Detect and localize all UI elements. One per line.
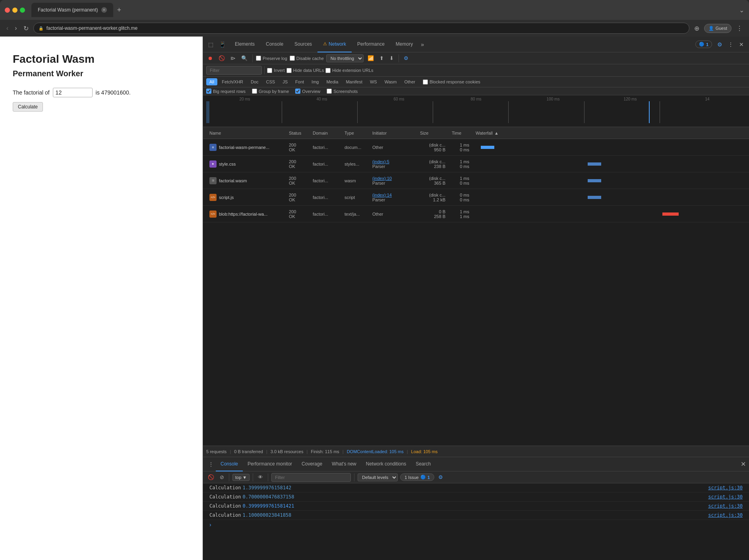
hide-ext-urls-checkbox[interactable] [325,68,331,73]
th-size[interactable]: Size [417,131,449,135]
filter-media[interactable]: Media [323,78,341,85]
throttle-select[interactable]: No throttling [326,54,364,62]
clear-btn[interactable]: 🚫 [217,54,226,62]
tab-performance[interactable]: Performance [352,37,390,52]
initiator-link-3[interactable]: (index):10 [372,176,392,181]
th-type[interactable]: Type [341,131,369,135]
th-domain[interactable]: Domain [310,131,341,135]
maximize-btn[interactable] [20,8,25,13]
export-btn[interactable]: ⬇ [388,54,395,62]
overview-label[interactable]: Overview [295,89,320,94]
console-tab-search[interactable]: Search [411,457,435,471]
filter-btn[interactable]: ⧐ [229,54,237,62]
devtools-close-btn[interactable]: ✕ [737,40,746,49]
device-toolbar-btn[interactable]: 📱 [217,40,228,49]
group-by-frame-checkbox[interactable] [252,89,257,94]
blocked-cookies-label[interactable]: Blocked response cookies [423,79,480,85]
forward-btn[interactable]: › [13,24,18,33]
tab-memory[interactable]: Memory [390,37,418,52]
th-status[interactable]: Status [286,131,310,135]
table-row[interactable]: ⊞ factorial.wasm 200OK factori... wasm (… [203,172,749,189]
filter-manifest[interactable]: Manifest [343,78,366,85]
search-btn[interactable]: 🔍 [240,54,249,62]
eye-btn[interactable]: 👁 [256,473,265,481]
window-expand-btn[interactable]: ⌄ [739,6,744,14]
network-conditions-btn[interactable]: 📶 [366,54,375,62]
menu-btn[interactable]: ⋮ [735,24,744,33]
disable-cache-checkbox[interactable] [290,56,295,61]
element-picker-btn[interactable]: ⬚ [206,40,215,49]
guest-btn[interactable]: 👤 Guest [704,24,732,33]
console-link-2[interactable]: script.js:30 [708,494,743,500]
preserve-log-checkbox[interactable] [256,56,261,61]
console-link-4[interactable]: script.js:30 [708,512,743,518]
reload-btn[interactable]: ↻ [22,24,30,33]
tab-elements[interactable]: Elements [229,37,260,52]
th-initiator[interactable]: Initiator [369,131,417,135]
console-tab-performance[interactable]: Performance monitor [243,457,297,471]
filter-fetchxhr[interactable]: Fetch/XHR [219,78,246,85]
issues-badge[interactable]: 🔵 1 [695,41,712,48]
network-settings-btn[interactable]: ⚙ [402,54,410,62]
th-name[interactable]: Name [206,131,286,135]
console-link-1[interactable]: script.js:30 [708,485,743,490]
filter-other[interactable]: Other [401,78,418,85]
console-tab-console[interactable]: Console [216,457,243,471]
hide-data-urls-checkbox[interactable] [286,68,292,73]
console-tab-network-conditions[interactable]: Network conditions [361,457,411,471]
big-rows-label[interactable]: Big request rows [206,89,246,94]
console-filter-input[interactable] [271,473,351,482]
filter-wasm[interactable]: Wasm [381,78,400,85]
initiator-link-4[interactable]: (index):14 [372,193,392,197]
factorial-input[interactable] [53,88,93,97]
levels-select[interactable]: Default levels [358,473,398,481]
hide-ext-urls-label[interactable]: Hide extension URLs [325,68,373,73]
overview-checkbox[interactable] [295,89,300,94]
filter-font[interactable]: Font [292,78,307,85]
invert-checkbox[interactable] [267,68,272,73]
devtools-settings-btn[interactable]: ⚙ [715,40,724,49]
console-clear-btn[interactable]: 🚫 [206,473,216,481]
calculate-btn[interactable]: Calculate [13,102,43,112]
console-prompt[interactable]: › [203,520,749,529]
console-tab-whatsnew[interactable]: What's new [327,457,361,471]
table-row[interactable]: ✦ style.css 200OK factori... styles... (… [203,156,749,172]
th-waterfall[interactable]: Waterfall ▲ [472,131,746,135]
back-btn[interactable]: ‹ [5,24,10,33]
issues-indicator[interactable]: 1 Issue 🔵 1 [400,473,434,481]
filter-css[interactable]: CSS [263,78,279,85]
table-row[interactable]: </> blob:https://factorial-wa... 200OK f… [203,206,749,222]
screenshots-label[interactable]: Screenshots [327,89,358,94]
import-btn[interactable]: ⬆ [378,54,385,62]
new-tab-btn[interactable]: + [115,5,124,15]
group-by-frame-label[interactable]: Group by frame [252,89,289,94]
console-tab-coverage[interactable]: Coverage [297,457,327,471]
initiator-link-2[interactable]: (index):5 [372,159,389,164]
filter-ws[interactable]: WS [367,78,380,85]
minimize-btn[interactable] [12,8,17,13]
context-selector[interactable]: top ▼ [232,474,250,481]
filter-doc[interactable]: Doc [248,78,262,85]
console-ban-btn[interactable]: ⊘ [218,473,226,481]
console-menu-btn[interactable]: ⋮ [206,460,216,469]
table-row[interactable]: </> script.js 200OK factori... script (i… [203,189,749,206]
address-bar[interactable]: 🔒 factorial-wasm-permanent-worker.glitch… [33,23,689,34]
close-btn[interactable] [5,8,10,13]
th-time[interactable]: Time [449,131,472,135]
tab-network[interactable]: ⚠ Network [317,37,352,52]
browser-tab[interactable]: Factorial Wasm (permanent) ✕ [31,3,113,17]
invert-label[interactable]: Invert [267,68,285,73]
tab-close-btn[interactable]: ✕ [101,7,107,13]
console-link-3[interactable]: script.js:30 [708,503,743,509]
hide-data-urls-label[interactable]: Hide data URLs [286,68,324,73]
filter-img[interactable]: Img [308,78,322,85]
tab-console[interactable]: Console [260,37,289,52]
timeline-graph[interactable] [206,101,746,123]
preserve-log-label[interactable]: Preserve log [256,56,287,61]
more-tabs-btn[interactable]: » [418,41,426,48]
console-settings-btn[interactable]: ⚙ [437,473,445,481]
disable-cache-label[interactable]: Disable cache [290,56,324,61]
record-btn[interactable]: ⏺ [206,54,215,62]
filter-js[interactable]: JS [279,78,291,85]
devtools-more-btn[interactable]: ⋮ [726,40,735,49]
